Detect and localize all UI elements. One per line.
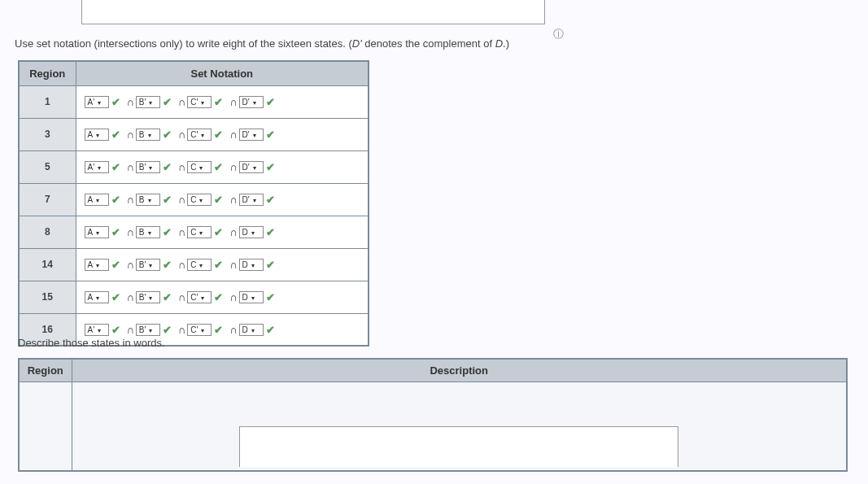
region-cell: 14 xyxy=(19,248,76,281)
set-select-a[interactable]: A' xyxy=(85,161,109,173)
set-select-d[interactable]: D' xyxy=(239,161,264,173)
set-notation-cell: A✔∩B'✔∩C'✔∩D✔ xyxy=(76,281,369,313)
check-icon: ✔ xyxy=(214,226,223,238)
intersection-symbol: ∩ xyxy=(178,291,185,303)
intersection-symbol: ∩ xyxy=(229,129,237,141)
check-icon: ✔ xyxy=(163,226,172,238)
check-icon: ✔ xyxy=(266,129,275,141)
region-cell-empty xyxy=(19,382,72,471)
set-select-d[interactable]: D xyxy=(239,291,264,303)
table-row: 8A✔∩B✔∩C✔∩D✔ xyxy=(19,216,369,248)
check-icon: ✔ xyxy=(111,259,120,271)
intersection-symbol: ∩ xyxy=(178,259,185,271)
check-icon: ✔ xyxy=(266,291,275,303)
set-select-a[interactable]: A xyxy=(85,259,109,271)
set-select-c[interactable]: C' xyxy=(187,324,212,336)
set-select-b[interactable]: B' xyxy=(136,324,160,336)
check-icon: ✔ xyxy=(111,96,120,108)
set-notation-cell: A✔∩B'✔∩C✔∩D✔ xyxy=(76,248,369,281)
check-icon: ✔ xyxy=(111,161,120,173)
check-icon: ✔ xyxy=(163,96,172,108)
region-header-2: Region xyxy=(19,359,72,382)
intersection-symbol: ∩ xyxy=(229,161,237,173)
set-select-c[interactable]: C xyxy=(187,161,212,173)
intersection-symbol: ∩ xyxy=(127,324,134,336)
check-icon: ✔ xyxy=(163,324,172,336)
set-select-d[interactable]: D' xyxy=(239,129,264,141)
check-icon: ✔ xyxy=(266,226,275,238)
set-select-a[interactable]: A xyxy=(85,291,109,303)
set-select-c[interactable]: C' xyxy=(187,129,212,141)
check-icon: ✔ xyxy=(163,161,172,173)
check-icon: ✔ xyxy=(111,324,120,336)
set-notation-cell: A'✔∩B'✔∩C✔∩D'✔ xyxy=(76,150,369,183)
instruction-var2: D xyxy=(495,37,503,50)
set-select-d[interactable]: D xyxy=(239,226,264,238)
region-cell: 15 xyxy=(19,281,76,313)
set-select-b[interactable]: B' xyxy=(136,259,160,271)
description-cell xyxy=(72,382,847,471)
intersection-symbol: ∩ xyxy=(127,96,134,108)
set-notation-cell: A✔∩B✔∩C✔∩D'✔ xyxy=(76,183,369,216)
set-select-b[interactable]: B' xyxy=(136,161,160,173)
set-select-b[interactable]: B xyxy=(136,194,160,206)
set-select-c[interactable]: C xyxy=(187,226,212,238)
set-select-d[interactable]: D' xyxy=(239,194,264,206)
set-select-c[interactable]: C xyxy=(187,194,212,206)
check-icon: ✔ xyxy=(266,259,275,271)
set-select-d[interactable]: D' xyxy=(239,96,264,108)
description-input-box[interactable] xyxy=(239,426,678,467)
instruction-text: Use set notation (intersections only) to… xyxy=(15,37,509,50)
intersection-symbol: ∩ xyxy=(229,194,237,206)
description-header: Description xyxy=(72,359,847,382)
intersection-symbol: ∩ xyxy=(127,194,134,206)
set-select-d[interactable]: D xyxy=(239,259,264,271)
set-select-a[interactable]: A' xyxy=(85,324,109,336)
intersection-symbol: ∩ xyxy=(229,259,237,271)
instruction-mid: denotes the complement of xyxy=(362,37,495,50)
check-icon: ✔ xyxy=(163,291,172,303)
set-notation-table: Region Set Notation 1A'✔∩B'✔∩C'✔∩D'✔3A✔∩… xyxy=(18,60,369,347)
set-select-a[interactable]: A xyxy=(85,194,109,206)
check-icon: ✔ xyxy=(111,129,120,141)
set-select-a[interactable]: A xyxy=(85,226,109,238)
description-table: Region Description xyxy=(18,358,848,472)
check-icon: ✔ xyxy=(111,226,120,238)
intersection-symbol: ∩ xyxy=(178,324,185,336)
set-select-b[interactable]: B' xyxy=(136,96,160,108)
intersection-symbol: ∩ xyxy=(127,161,134,173)
check-icon: ✔ xyxy=(163,259,172,271)
intersection-symbol: ∩ xyxy=(127,259,134,271)
set-select-c[interactable]: C' xyxy=(187,291,212,303)
set-notation-cell: A✔∩B✔∩C'✔∩D'✔ xyxy=(76,118,369,150)
intersection-symbol: ∩ xyxy=(127,226,134,238)
set-select-b[interactable]: B xyxy=(136,129,160,141)
info-icon[interactable]: ⓘ xyxy=(553,27,565,38)
region-cell: 5 xyxy=(19,150,76,183)
intersection-symbol: ∩ xyxy=(127,291,134,303)
set-select-a[interactable]: A' xyxy=(85,96,109,108)
region-cell: 7 xyxy=(19,183,76,216)
table-row: 7A✔∩B✔∩C✔∩D'✔ xyxy=(19,183,369,216)
check-icon: ✔ xyxy=(163,194,172,206)
table-row: 15A✔∩B'✔∩C'✔∩D✔ xyxy=(19,281,369,313)
intersection-symbol: ∩ xyxy=(178,194,185,206)
set-select-c[interactable]: C xyxy=(187,259,212,271)
set-select-a[interactable]: A xyxy=(85,129,109,141)
intersection-symbol: ∩ xyxy=(178,161,185,173)
set-select-c[interactable]: C' xyxy=(187,96,212,108)
set-notation-cell: A'✔∩B'✔∩C'✔∩D'✔ xyxy=(76,85,369,118)
set-notation-header: Set Notation xyxy=(76,61,369,85)
intersection-symbol: ∩ xyxy=(229,291,237,303)
instruction-pre: Use set notation (intersections only) to… xyxy=(15,37,352,50)
check-icon: ✔ xyxy=(111,291,120,303)
region-cell: 3 xyxy=(19,118,76,150)
set-select-b[interactable]: B xyxy=(136,226,160,238)
set-select-b[interactable]: B' xyxy=(136,291,160,303)
intersection-symbol: ∩ xyxy=(178,226,185,238)
table-row: 1A'✔∩B'✔∩C'✔∩D'✔ xyxy=(19,85,369,118)
set-select-d[interactable]: D xyxy=(239,324,264,336)
intersection-symbol: ∩ xyxy=(127,129,134,141)
region-header: Region xyxy=(19,61,76,85)
check-icon: ✔ xyxy=(214,259,223,271)
